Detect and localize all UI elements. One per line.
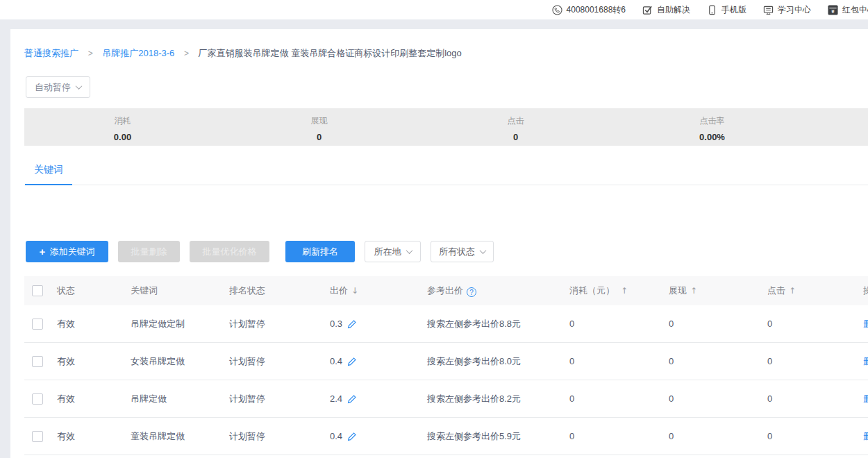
cell-rank-status: 计划暂停 (229, 393, 330, 405)
phone-number: 4008001688转6 (567, 4, 626, 16)
page-background: 普通搜索推广 > 吊牌推广2018-3-6 > 厂家直销服装吊牌定做 童装吊牌合… (0, 19, 868, 458)
sort-desc-icon[interactable]: ↓ (351, 286, 358, 296)
auto-pause-dropdown[interactable]: 自动暂停 (26, 76, 90, 98)
breadcrumb-separator: > (184, 49, 189, 58)
toolbar: +添加关键词 批量删除 批量优化价格 刷新排名 所在地 所有状态 (26, 241, 868, 262)
edit-bid-icon[interactable] (347, 394, 357, 404)
svg-text:¥: ¥ (831, 8, 835, 15)
table-header-row: 状态 关键词 排名状态 出价↓ 参考出价? 消耗（元）↑ 展现↑ 点击↑ 操作 (24, 276, 868, 305)
edit-bid-icon[interactable] (347, 357, 357, 366)
stat-cost: 消耗 0.00 (24, 108, 221, 146)
sort-asc-icon[interactable]: ↑ (789, 286, 796, 296)
red-packet-label: 红包中心 (842, 4, 868, 16)
cell-status: 有效 (57, 355, 131, 368)
row-checkbox[interactable] (32, 393, 43, 405)
select-all-checkbox[interactable] (32, 285, 43, 296)
chevron-down-icon (406, 247, 412, 254)
cell-ref-bid: 搜索左侧参考出价5.9元 (427, 430, 569, 443)
status-filter-label: 所有状态 (439, 246, 475, 258)
header-bid[interactable]: 出价↓ (330, 285, 427, 297)
stat-value: 0.00% (614, 132, 810, 142)
keywords-table: 状态 关键词 排名状态 出价↓ 参考出价? 消耗（元）↑ 展现↑ 点击↑ 操作 … (24, 276, 868, 455)
stat-ctr: 点击率 0.00% (614, 108, 810, 146)
red-packet-link[interactable]: ¥ 红包中心 (828, 4, 868, 16)
cell-impressions: 0 (669, 431, 767, 441)
tab-bar: 关键词 (24, 160, 868, 185)
table-row: 有效 吊牌定做定制 计划暂停 0.3 搜索左侧参考出价8.8元 0 0 0 删除 (24, 305, 868, 343)
mobile-version-link[interactable]: 手机版 (707, 4, 746, 16)
stat-value: 0 (221, 132, 417, 142)
plus-icon: + (40, 246, 46, 257)
delete-link[interactable]: 删除 (863, 393, 868, 404)
header-status: 状态 (57, 285, 131, 297)
breadcrumb-campaign-type[interactable]: 普通搜索推广 (24, 48, 78, 58)
sort-asc-icon[interactable]: ↑ (690, 286, 697, 296)
breadcrumb-current-unit: 厂家直销服装吊牌定做 童装吊牌合格证商标设计印刷整套定制logo (199, 48, 462, 58)
cell-bid: 2.4 (330, 393, 342, 404)
cell-keyword: 吊牌定做定制 (131, 318, 229, 330)
cell-ref-bid: 搜索左侧参考出价8.0元 (427, 355, 569, 368)
location-filter-label: 所在地 (374, 246, 401, 258)
edit-bid-icon[interactable] (347, 319, 357, 329)
location-filter-dropdown[interactable]: 所在地 (365, 241, 421, 262)
cell-ref-bid: 搜索左侧参考出价8.8元 (427, 318, 569, 330)
cell-cost: 0 (569, 319, 669, 329)
phone-icon (552, 5, 562, 15)
delete-link[interactable]: 删除 (863, 356, 868, 366)
cell-impressions: 0 (669, 319, 767, 329)
delete-link[interactable]: 删除 (863, 431, 868, 441)
help-icon[interactable]: ? (467, 287, 476, 297)
cell-impressions: 0 (669, 356, 767, 366)
status-filter-dropdown[interactable]: 所有状态 (431, 241, 494, 262)
table-row: 有效 女装吊牌定做 计划暂停 0.4 搜索左侧参考出价8.0元 0 0 0 删除 (24, 343, 868, 380)
cell-rank-status: 计划暂停 (229, 355, 330, 368)
header-cost[interactable]: 消耗（元）↑ (569, 285, 669, 297)
header-keyword: 关键词 (131, 285, 229, 297)
cell-status: 有效 (57, 430, 131, 443)
cell-status: 有效 (57, 318, 131, 330)
tab-keywords[interactable]: 关键词 (25, 162, 72, 185)
edit-bid-icon[interactable] (347, 432, 357, 441)
batch-delete-button[interactable]: 批量删除 (118, 241, 180, 262)
add-keyword-button[interactable]: +添加关键词 (26, 241, 108, 262)
auto-pause-label: 自动暂停 (35, 81, 71, 94)
cell-bid: 0.4 (330, 356, 342, 366)
cell-keyword: 吊牌定做 (131, 393, 229, 405)
batch-optimize-price-button[interactable]: 批量优化价格 (190, 241, 269, 262)
breadcrumb: 普通搜索推广 > 吊牌推广2018-3-6 > 厂家直销服装吊牌定做 童装吊牌合… (10, 29, 868, 60)
cell-ref-bid: 搜索左侧参考出价8.2元 (427, 393, 569, 405)
cell-keyword: 女装吊牌定做 (131, 355, 229, 368)
row-checkbox[interactable] (32, 319, 43, 330)
row-checkbox[interactable] (32, 431, 43, 442)
cell-status: 有效 (57, 393, 131, 405)
header-rank-status: 排名状态 (229, 285, 330, 297)
table-row: 有效 吊牌定做 计划暂停 2.4 搜索左侧参考出价8.2元 0 0 0 删除 (24, 380, 868, 418)
sort-asc-icon[interactable]: ↑ (621, 286, 628, 296)
stat-label: 点击 (417, 115, 614, 127)
table-row: 有效 童装吊牌定做 计划暂停 0.4 搜索左侧参考出价5.9元 0 0 0 删除 (24, 418, 868, 455)
cell-bid: 0.3 (330, 319, 342, 329)
row-checkbox[interactable] (32, 356, 43, 367)
header-impressions[interactable]: 展现↑ (669, 285, 767, 297)
monitor-icon (763, 5, 774, 15)
header-clicks[interactable]: 点击↑ (767, 285, 863, 297)
breadcrumb-separator: > (88, 49, 93, 58)
learning-center-label: 学习中心 (778, 4, 811, 16)
stat-label: 点击率 (614, 115, 810, 127)
breadcrumb-plan[interactable]: 吊牌推广2018-3-6 (102, 48, 174, 58)
self-help-label: 自助解决 (657, 4, 690, 16)
cell-cost: 0 (569, 431, 669, 441)
self-help-link[interactable]: 自助解决 (642, 4, 690, 16)
top-bar: 4008001688转6 自助解决 手机版 学习中心 ¥ 红包中心 (0, 0, 868, 19)
chevron-down-icon (480, 247, 487, 254)
cell-clicks: 0 (767, 393, 863, 404)
add-keyword-label: 添加关键词 (49, 246, 94, 258)
learning-center-link[interactable]: 学习中心 (763, 4, 811, 16)
refresh-rank-button[interactable]: 刷新排名 (285, 241, 355, 262)
cell-clicks: 0 (767, 356, 863, 366)
cell-rank-status: 计划暂停 (229, 430, 330, 443)
cell-cost: 0 (569, 356, 669, 366)
delete-link[interactable]: 删除 (863, 319, 868, 329)
cell-clicks: 0 (767, 319, 863, 329)
stat-clicks: 点击 0 (417, 108, 614, 146)
